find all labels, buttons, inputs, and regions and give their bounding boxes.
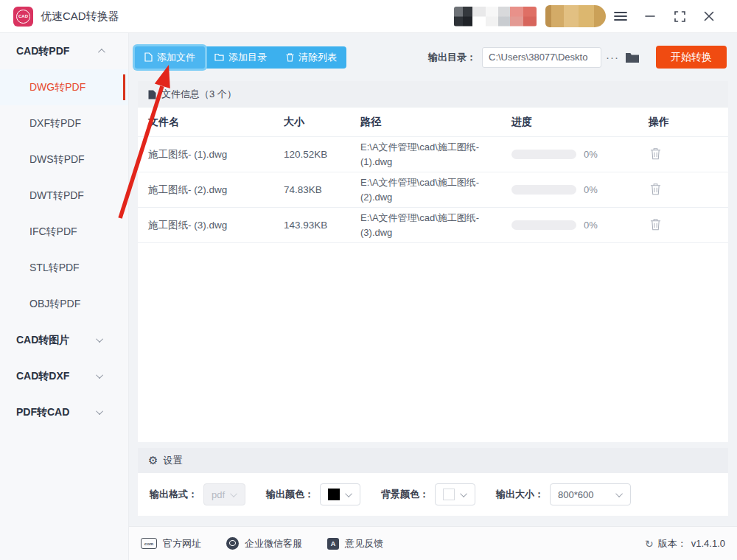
chevron-down-icon (460, 490, 467, 497)
file-panel-header: 文件信息（3 个） (138, 81, 728, 108)
chevron-down-icon (96, 335, 103, 343)
sidebar-item-dwg-to-pdf[interactable]: DWG转PDF (0, 69, 128, 105)
table-header: 文件名 大小 路径 进度 操作 (138, 108, 728, 137)
settings-panel: ⚙ 设置 输出格式： pdf 输出颜色： 背景颜色： (138, 448, 728, 516)
cell-size: 143.93KB (284, 220, 360, 231)
sidebar-group-cad-to-image[interactable]: CAD转图片 (0, 322, 128, 358)
output-dir-input[interactable] (482, 47, 601, 68)
toolbar-button-group: 添加文件 添加目录 清除列表 (135, 46, 346, 69)
output-format-select: pdf (203, 483, 245, 505)
clear-list-label: 清除列表 (298, 51, 337, 64)
trash-icon (286, 53, 294, 62)
add-file-label: 添加文件 (157, 51, 195, 64)
output-color-select[interactable] (320, 483, 360, 505)
col-operation: 操作 (640, 116, 728, 129)
output-color-swatch (328, 489, 340, 500)
sidebar-group-cad-to-dxf[interactable]: CAD转DXF (0, 358, 128, 394)
sidebar-group-pdf-to-cad[interactable]: PDF转CAD (0, 394, 128, 430)
bg-color-select[interactable] (435, 483, 475, 505)
sidebar-item-dws-to-pdf[interactable]: DWS转PDF (0, 141, 128, 178)
sidebar-group-cad-to-pdf[interactable]: CAD转PDF (0, 33, 128, 69)
sidebar-item-label: STL转PDF (29, 262, 80, 275)
sidebar-item-dwt-to-pdf[interactable]: DWT转PDF (0, 178, 128, 214)
file-panel: 文件信息（3 个） 文件名 大小 路径 进度 操作 施工图纸- (1).dwg … (138, 81, 728, 442)
progress-percent: 0% (584, 220, 598, 231)
trash-icon (650, 147, 661, 160)
chevron-down-icon (615, 490, 623, 497)
sidebar-item-label: IFC转PDF (29, 225, 77, 239)
col-path: 路径 (360, 116, 511, 129)
redacted-user-info (454, 7, 537, 27)
toolbar: 添加文件 添加目录 清除列表 输出目录： ··· (129, 33, 737, 81)
chevron-down-icon (345, 490, 352, 497)
close-button[interactable] (694, 5, 724, 27)
feedback-label: 意见反馈 (345, 537, 383, 550)
cell-path: E:\A文件管理\cad\施工图纸- (1).dwg (360, 140, 511, 169)
cell-filename: 施工图纸- (2).dwg (148, 183, 284, 197)
delete-row-button[interactable] (649, 217, 663, 234)
output-size-value: 800*600 (558, 489, 593, 500)
output-size-label: 输出大小： (496, 488, 544, 501)
title-bar: CAD 优速CAD转换器 (0, 0, 737, 33)
sidebar-group-label: CAD转PDF (16, 45, 69, 58)
output-color-label: 输出颜色： (266, 488, 314, 501)
official-site-link[interactable]: com 官方网址 (141, 537, 201, 550)
settings-title: 设置 (163, 454, 182, 467)
app-title: 优速CAD转换器 (41, 10, 119, 24)
progress-percent: 0% (584, 184, 598, 195)
bg-color-swatch (443, 489, 455, 500)
sidebar-item-label: DWT转PDF (29, 189, 84, 203)
table-row: 施工图纸- (3).dwg 143.93KB E:\A文件管理\cad\施工图纸… (138, 208, 728, 243)
progress-bar (511, 220, 576, 230)
sidebar-item-dxf-to-pdf[interactable]: DXF转PDF (0, 105, 128, 141)
delete-row-button[interactable] (649, 146, 663, 164)
clear-list-button[interactable]: 清除列表 (276, 46, 346, 69)
file-icon (144, 52, 153, 62)
file-panel-title: 文件信息（3 个） (161, 88, 237, 101)
settings-row: 输出格式： pdf 输出颜色： 背景颜色： 输出大小： (138, 473, 728, 516)
delete-row-button[interactable] (649, 181, 663, 199)
wechat-support-label: 企业微信客服 (245, 537, 302, 550)
open-folder-icon[interactable] (625, 52, 640, 63)
app-logo-text: CAD (16, 10, 30, 24)
maximize-button[interactable] (665, 5, 694, 27)
cell-path: E:\A文件管理\cad\施工图纸- (3).dwg (360, 211, 511, 239)
chevron-down-icon (230, 490, 237, 497)
add-directory-button[interactable]: 添加目录 (205, 46, 276, 69)
chevron-down-icon (96, 407, 103, 415)
add-file-button[interactable]: 添加文件 (135, 46, 205, 69)
sidebar-group-label: CAD转图片 (16, 334, 69, 347)
output-format-label: 输出格式： (150, 488, 198, 501)
update-icon[interactable]: ↻ (645, 538, 654, 550)
col-progress: 进度 (511, 116, 640, 129)
sidebar-item-obj-to-pdf[interactable]: OBJ转PDF (0, 286, 128, 322)
trash-icon (650, 218, 661, 231)
main-content: 添加文件 添加目录 清除列表 输出目录： ··· (129, 33, 737, 560)
wechat-support-link[interactable]: 企业微信客服 (226, 537, 302, 550)
version-value: v1.4.1.0 (691, 538, 725, 549)
col-size: 大小 (284, 116, 360, 129)
table-row: 施工图纸- (2).dwg 74.83KB E:\A文件管理\cad\施工图纸-… (138, 172, 728, 208)
document-icon (148, 90, 156, 99)
version-label: 版本： (658, 537, 687, 550)
more-options-button[interactable]: ··· (606, 51, 619, 63)
output-dir-label: 输出目录： (428, 51, 476, 64)
start-convert-button[interactable]: 开始转换 (656, 46, 727, 69)
menu-icon[interactable] (606, 5, 635, 27)
sidebar-item-ifc-to-pdf[interactable]: IFC转PDF (0, 214, 128, 250)
app-logo-icon: CAD (13, 7, 33, 27)
sidebar-item-label: OBJ转PDF (29, 298, 80, 311)
feedback-link[interactable]: A 意见反馈 (327, 537, 383, 550)
version-info: ↻ 版本： v1.4.1.0 (645, 537, 725, 550)
progress-percent: 0% (584, 149, 598, 160)
official-site-label: 官方网址 (163, 537, 201, 550)
table-row: 施工图纸- (1).dwg 120.52KB E:\A文件管理\cad\施工图纸… (138, 137, 728, 172)
website-icon: com (141, 538, 157, 549)
sidebar-item-stl-to-pdf[interactable]: STL转PDF (0, 250, 128, 286)
chevron-up-icon (98, 49, 105, 56)
cell-size: 120.52KB (284, 149, 360, 160)
cell-filename: 施工图纸- (1).dwg (148, 148, 284, 161)
sidebar-item-label: DWS转PDF (29, 153, 85, 167)
minimize-button[interactable] (635, 5, 665, 27)
output-size-select[interactable]: 800*600 (550, 483, 631, 505)
